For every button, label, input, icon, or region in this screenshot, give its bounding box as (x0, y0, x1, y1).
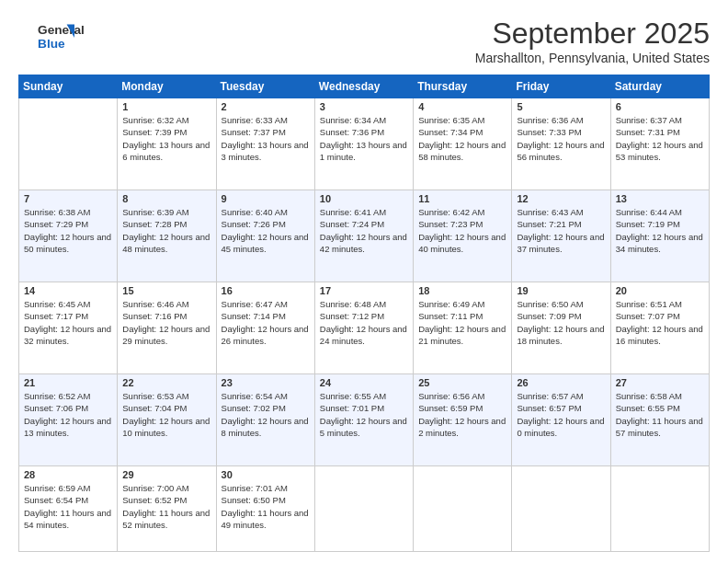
table-row: 8Sunrise: 6:39 AMSunset: 7:28 PMDaylight… (118, 190, 216, 282)
cell-info: Sunrise: 6:35 AMSunset: 7:34 PMDaylight:… (418, 114, 506, 163)
table-row: 18Sunrise: 6:49 AMSunset: 7:11 PMDayligh… (414, 282, 512, 374)
logo-icon: General Blue (18, 17, 92, 55)
cell-info: Sunrise: 6:51 AMSunset: 7:07 PMDaylight:… (616, 298, 704, 347)
svg-text:Blue: Blue (38, 37, 65, 51)
cell-info: Sunrise: 6:52 AMSunset: 7:06 PMDaylight:… (24, 390, 112, 439)
day-number: 27 (616, 377, 704, 388)
day-number: 6 (616, 101, 704, 112)
cell-info: Sunrise: 6:55 AMSunset: 7:01 PMDaylight:… (320, 390, 408, 439)
cell-info: Sunrise: 6:36 AMSunset: 7:33 PMDaylight:… (517, 114, 605, 163)
day-number: 23 (222, 377, 310, 388)
cell-info: Sunrise: 6:37 AMSunset: 7:31 PMDaylight:… (616, 114, 704, 163)
day-number: 14 (24, 285, 112, 296)
table-row: 16Sunrise: 6:47 AMSunset: 7:14 PMDayligh… (216, 282, 314, 374)
table-row: 25Sunrise: 6:56 AMSunset: 6:59 PMDayligh… (414, 374, 512, 466)
cell-info: Sunrise: 6:50 AMSunset: 7:09 PMDaylight:… (517, 298, 605, 347)
table-row: 12Sunrise: 6:43 AMSunset: 7:21 PMDayligh… (512, 190, 610, 282)
col-monday: Monday (118, 75, 216, 98)
header: General Blue September 2025 Marshallton,… (18, 17, 710, 65)
month-title: September 2025 (475, 17, 710, 51)
col-friday: Friday (512, 75, 610, 98)
table-row: 11Sunrise: 6:42 AMSunset: 7:23 PMDayligh… (414, 190, 512, 282)
day-number: 18 (418, 285, 506, 296)
col-thursday: Thursday (414, 75, 512, 98)
table-row: 29Sunrise: 7:00 AMSunset: 6:52 PMDayligh… (118, 466, 216, 552)
col-sunday: Sunday (19, 75, 118, 98)
table-row: 9Sunrise: 6:40 AMSunset: 7:26 PMDaylight… (216, 190, 314, 282)
day-number: 25 (418, 377, 506, 388)
calendar-week-row: 28Sunrise: 6:59 AMSunset: 6:54 PMDayligh… (19, 466, 710, 552)
location-subtitle: Marshallton, Pennsylvania, United States (475, 51, 710, 65)
calendar-week-row: 21Sunrise: 6:52 AMSunset: 7:06 PMDayligh… (19, 374, 710, 466)
day-number: 8 (122, 193, 210, 204)
day-number: 21 (24, 377, 112, 388)
day-number: 4 (418, 101, 506, 112)
day-number: 24 (320, 377, 408, 388)
cell-info: Sunrise: 6:48 AMSunset: 7:12 PMDaylight:… (320, 298, 408, 347)
table-row: 26Sunrise: 6:57 AMSunset: 6:57 PMDayligh… (512, 374, 610, 466)
day-number: 3 (320, 101, 408, 112)
table-row: 28Sunrise: 6:59 AMSunset: 6:54 PMDayligh… (19, 466, 118, 552)
cell-info: Sunrise: 6:39 AMSunset: 7:28 PMDaylight:… (122, 206, 210, 255)
cell-info: Sunrise: 6:44 AMSunset: 7:19 PMDaylight:… (616, 206, 704, 255)
table-row: 15Sunrise: 6:46 AMSunset: 7:16 PMDayligh… (118, 282, 216, 374)
cell-info: Sunrise: 6:38 AMSunset: 7:29 PMDaylight:… (24, 206, 112, 255)
cell-info: Sunrise: 6:56 AMSunset: 6:59 PMDaylight:… (418, 390, 506, 439)
day-number: 9 (222, 193, 310, 204)
table-row: 10Sunrise: 6:41 AMSunset: 7:24 PMDayligh… (314, 190, 413, 282)
calendar-table: Sunday Monday Tuesday Wednesday Thursday… (18, 75, 710, 552)
col-tuesday: Tuesday (216, 75, 314, 98)
cell-info: Sunrise: 6:57 AMSunset: 6:57 PMDaylight:… (517, 390, 605, 439)
page: General Blue September 2025 Marshallton,… (0, 0, 728, 563)
table-row: 20Sunrise: 6:51 AMSunset: 7:07 PMDayligh… (610, 282, 709, 374)
day-number: 26 (517, 377, 605, 388)
day-number: 11 (418, 193, 506, 204)
cell-info: Sunrise: 6:54 AMSunset: 7:02 PMDaylight:… (222, 390, 310, 439)
day-number: 19 (517, 285, 605, 296)
cell-info: Sunrise: 6:46 AMSunset: 7:16 PMDaylight:… (122, 298, 210, 347)
day-number: 16 (222, 285, 310, 296)
day-number: 7 (24, 193, 112, 204)
day-number: 22 (122, 377, 210, 388)
table-row: 14Sunrise: 6:45 AMSunset: 7:17 PMDayligh… (19, 282, 118, 374)
table-row: 24Sunrise: 6:55 AMSunset: 7:01 PMDayligh… (314, 374, 413, 466)
cell-info: Sunrise: 6:40 AMSunset: 7:26 PMDaylight:… (222, 206, 310, 255)
cell-info: Sunrise: 6:58 AMSunset: 6:55 PMDaylight:… (616, 390, 704, 439)
cell-info: Sunrise: 7:01 AMSunset: 6:50 PMDaylight:… (222, 482, 310, 531)
cell-info: Sunrise: 6:53 AMSunset: 7:04 PMDaylight:… (122, 390, 210, 439)
cell-info: Sunrise: 6:42 AMSunset: 7:23 PMDaylight:… (418, 206, 506, 255)
day-number: 20 (616, 285, 704, 296)
cell-info: Sunrise: 6:45 AMSunset: 7:17 PMDaylight:… (24, 298, 112, 347)
day-number: 28 (24, 469, 112, 480)
cell-info: Sunrise: 6:34 AMSunset: 7:36 PMDaylight:… (320, 114, 408, 163)
day-number: 5 (517, 101, 605, 112)
table-row: 23Sunrise: 6:54 AMSunset: 7:02 PMDayligh… (216, 374, 314, 466)
col-saturday: Saturday (610, 75, 709, 98)
table-row: 2Sunrise: 6:33 AMSunset: 7:37 PMDaylight… (216, 98, 314, 190)
table-row: 3Sunrise: 6:34 AMSunset: 7:36 PMDaylight… (314, 98, 413, 190)
cell-info: Sunrise: 6:41 AMSunset: 7:24 PMDaylight:… (320, 206, 408, 255)
col-wednesday: Wednesday (314, 75, 413, 98)
day-number: 10 (320, 193, 408, 204)
svg-text:General: General (38, 23, 85, 37)
table-row: 30Sunrise: 7:01 AMSunset: 6:50 PMDayligh… (216, 466, 314, 552)
table-row: 5Sunrise: 6:36 AMSunset: 7:33 PMDaylight… (512, 98, 610, 190)
day-number: 1 (122, 101, 210, 112)
table-row (610, 466, 709, 552)
cell-info: Sunrise: 6:32 AMSunset: 7:39 PMDaylight:… (122, 114, 210, 163)
cell-info: Sunrise: 6:59 AMSunset: 6:54 PMDaylight:… (24, 482, 112, 531)
cell-info: Sunrise: 6:43 AMSunset: 7:21 PMDaylight:… (517, 206, 605, 255)
table-row (19, 98, 118, 190)
day-number: 13 (616, 193, 704, 204)
table-row: 27Sunrise: 6:58 AMSunset: 6:55 PMDayligh… (610, 374, 709, 466)
day-number: 30 (222, 469, 310, 480)
logo: General Blue (18, 17, 92, 55)
calendar-week-row: 7Sunrise: 6:38 AMSunset: 7:29 PMDaylight… (19, 190, 710, 282)
day-number: 29 (122, 469, 210, 480)
table-row: 21Sunrise: 6:52 AMSunset: 7:06 PMDayligh… (19, 374, 118, 466)
calendar-week-row: 1Sunrise: 6:32 AMSunset: 7:39 PMDaylight… (19, 98, 710, 190)
title-block: September 2025 Marshallton, Pennsylvania… (475, 17, 710, 65)
table-row: 22Sunrise: 6:53 AMSunset: 7:04 PMDayligh… (118, 374, 216, 466)
day-number: 17 (320, 285, 408, 296)
table-row: 19Sunrise: 6:50 AMSunset: 7:09 PMDayligh… (512, 282, 610, 374)
